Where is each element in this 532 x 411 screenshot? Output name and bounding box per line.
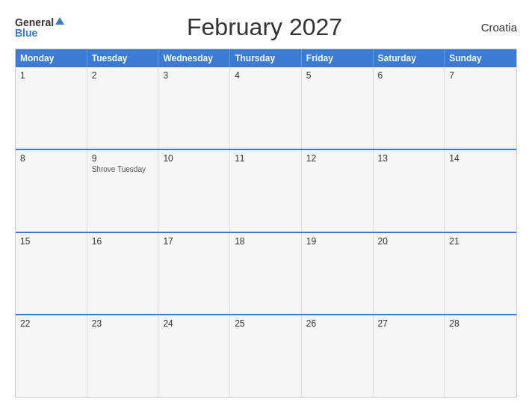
day-number: 1 bbox=[20, 70, 82, 81]
country-label: Croatia bbox=[465, 21, 517, 34]
cal-header-saturday: Saturday bbox=[374, 49, 445, 67]
day-number: 5 bbox=[306, 70, 368, 81]
cal-cell-2: 2 bbox=[87, 67, 159, 149]
cal-cell-16: 16 bbox=[87, 233, 159, 315]
day-number: 6 bbox=[378, 70, 440, 81]
cal-header-sunday: Sunday bbox=[445, 49, 516, 67]
day-number: 3 bbox=[163, 70, 225, 81]
cal-cell-13: 13 bbox=[374, 150, 445, 232]
day-number: 11 bbox=[235, 153, 297, 164]
day-number: 19 bbox=[306, 236, 368, 247]
cal-header-thursday: Thursday bbox=[230, 49, 302, 67]
cal-cell-14: 14 bbox=[445, 150, 516, 232]
day-number: 14 bbox=[449, 153, 512, 164]
cal-cell-6: 6 bbox=[374, 67, 445, 149]
day-number: 18 bbox=[235, 236, 297, 247]
day-number: 8 bbox=[20, 153, 82, 164]
day-number: 10 bbox=[163, 153, 225, 164]
cal-cell-12: 12 bbox=[302, 150, 374, 232]
cal-cell-25: 25 bbox=[230, 315, 302, 397]
calendar-header: MondayTuesdayWednesdayThursdayFridaySatu… bbox=[16, 49, 516, 67]
cal-header-friday: Friday bbox=[302, 49, 374, 67]
day-number: 9 bbox=[92, 153, 154, 164]
cal-cell-24: 24 bbox=[158, 315, 230, 397]
page-title: February 2027 bbox=[64, 13, 465, 41]
cal-week-3: 15161718192021 bbox=[16, 232, 516, 315]
cal-header-tuesday: Tuesday bbox=[87, 49, 159, 67]
cal-cell-9: 9Shrove Tuesday bbox=[87, 150, 159, 232]
cal-cell-26: 26 bbox=[302, 315, 374, 397]
cal-cell-27: 27 bbox=[374, 315, 445, 397]
day-number: 13 bbox=[378, 153, 440, 164]
cal-cell-7: 7 bbox=[445, 67, 516, 149]
day-number: 21 bbox=[449, 236, 512, 247]
day-number: 17 bbox=[163, 236, 225, 247]
logo-general-text: General bbox=[15, 17, 54, 28]
day-number: 26 bbox=[306, 318, 368, 329]
day-number: 2 bbox=[92, 70, 154, 81]
day-number: 7 bbox=[449, 70, 512, 81]
day-number: 15 bbox=[20, 236, 82, 247]
cal-cell-23: 23 bbox=[87, 315, 159, 397]
day-number: 24 bbox=[163, 318, 225, 329]
page: General Blue February 2027 Croatia Monda… bbox=[0, 0, 532, 411]
cal-cell-4: 4 bbox=[230, 67, 302, 149]
cal-cell-10: 10 bbox=[158, 150, 230, 232]
logo-triangle-icon bbox=[55, 17, 64, 25]
cal-cell-28: 28 bbox=[445, 315, 516, 397]
day-number: 28 bbox=[449, 318, 512, 329]
cal-cell-11: 11 bbox=[230, 150, 302, 232]
cal-cell-17: 17 bbox=[158, 233, 230, 315]
event-label: Shrove Tuesday bbox=[92, 165, 154, 173]
day-number: 20 bbox=[378, 236, 440, 247]
logo-blue-text: Blue bbox=[15, 28, 37, 38]
cal-cell-8: 8 bbox=[16, 150, 87, 232]
day-number: 16 bbox=[92, 236, 154, 247]
cal-week-2: 89Shrove Tuesday1011121314 bbox=[16, 149, 516, 232]
cal-cell-20: 20 bbox=[374, 233, 445, 315]
cal-cell-19: 19 bbox=[302, 233, 374, 315]
calendar: MondayTuesdayWednesdayThursdayFridaySatu… bbox=[15, 49, 517, 398]
logo: General Blue bbox=[15, 17, 64, 38]
day-number: 4 bbox=[235, 70, 297, 81]
cal-cell-15: 15 bbox=[16, 233, 87, 315]
day-number: 12 bbox=[306, 153, 368, 164]
day-number: 25 bbox=[235, 318, 297, 329]
cal-cell-1: 1 bbox=[16, 67, 87, 149]
cal-cell-21: 21 bbox=[445, 233, 516, 315]
cal-week-4: 22232425262728 bbox=[16, 314, 516, 397]
cal-cell-5: 5 bbox=[302, 67, 374, 149]
cal-header-wednesday: Wednesday bbox=[158, 49, 230, 67]
cal-cell-3: 3 bbox=[158, 67, 230, 149]
day-number: 22 bbox=[20, 318, 82, 329]
day-number: 23 bbox=[92, 318, 154, 329]
header: General Blue February 2027 Croatia bbox=[15, 13, 517, 41]
cal-cell-22: 22 bbox=[16, 315, 87, 397]
calendar-body: 123456789Shrove Tuesday10111213141516171… bbox=[16, 67, 516, 397]
cal-cell-18: 18 bbox=[230, 233, 302, 315]
day-number: 27 bbox=[378, 318, 440, 329]
cal-week-1: 1234567 bbox=[16, 67, 516, 149]
cal-header-monday: Monday bbox=[16, 49, 87, 67]
